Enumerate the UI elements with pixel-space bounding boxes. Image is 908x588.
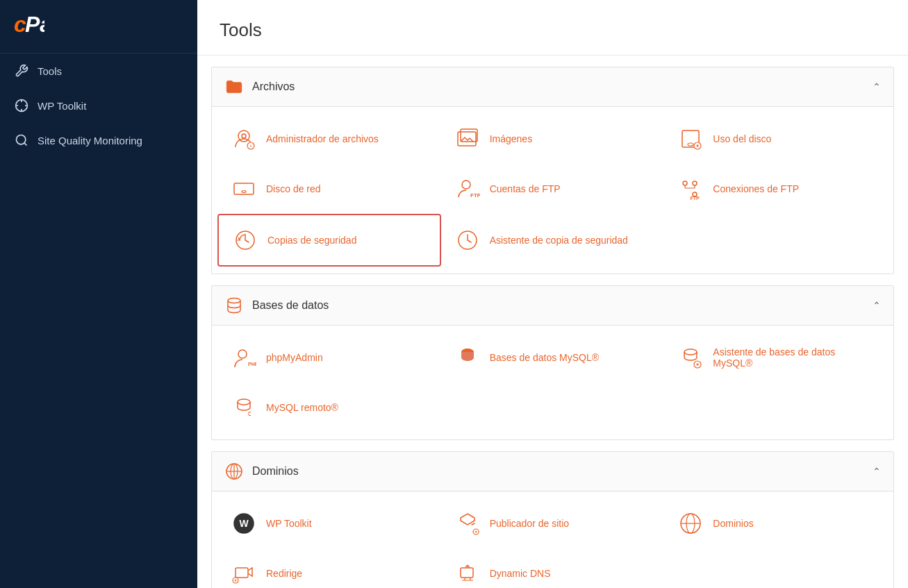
section-archivos-label: Archivos bbox=[252, 81, 295, 93]
section-bases-datos-header-left: Bases de datos bbox=[224, 296, 329, 315]
svg-rect-44 bbox=[461, 568, 473, 578]
section-bases-datos: Bases de datos ⌃ PHP phpMyAdmin bbox=[211, 285, 894, 440]
mysql-remote-icon bbox=[230, 394, 258, 421]
section-bases-datos-label: Bases de datos bbox=[252, 299, 329, 312]
svg-point-12 bbox=[688, 143, 693, 146]
main-content: Tools Archivos ⌃ bbox=[197, 0, 908, 588]
file-manager-icon: + bbox=[230, 125, 258, 153]
search-icon bbox=[14, 133, 29, 148]
mysql-wizard-icon bbox=[677, 344, 704, 371]
sidebar-item-tools-label: Tools bbox=[38, 65, 62, 77]
tool-dominios-label: Dominios bbox=[713, 518, 753, 529]
svg-point-28 bbox=[684, 349, 697, 355]
folder-icon bbox=[224, 77, 244, 96]
svg-text:PHP: PHP bbox=[248, 362, 256, 367]
database-icon bbox=[224, 296, 244, 315]
dominios-tools-grid: W WP Toolkit Publicador de sitio bbox=[212, 492, 893, 588]
mysql-icon bbox=[454, 344, 481, 371]
tool-admin-archivos[interactable]: + Administrador de archivos bbox=[217, 114, 441, 164]
tool-dominios[interactable]: Dominios bbox=[664, 498, 888, 548]
section-archivos-header[interactable]: Archivos ⌃ bbox=[212, 67, 893, 107]
svg-line-4 bbox=[24, 143, 27, 146]
svg-text:FTP: FTP bbox=[691, 196, 700, 201]
svg-point-6 bbox=[242, 134, 246, 138]
svg-point-19 bbox=[693, 181, 697, 185]
tool-conexiones-ftp[interactable]: FTP Conexiones de FTP bbox=[664, 164, 888, 214]
svg-rect-42 bbox=[236, 568, 248, 578]
tool-publicador-sitio[interactable]: Publicador de sitio bbox=[441, 498, 665, 548]
cpanel-logo: c Panel bbox=[14, 12, 183, 37]
tool-publicador-sitio-label: Publicador de sitio bbox=[490, 518, 569, 529]
tool-phpmyadmin[interactable]: PHP phpMyAdmin bbox=[217, 333, 441, 383]
backup-icon bbox=[231, 226, 259, 254]
logo-area: c Panel bbox=[0, 0, 197, 53]
tool-asistente-copia[interactable]: Asistente de copia de seguridad bbox=[441, 214, 665, 267]
section-archivos-header-left: Archivos bbox=[224, 77, 295, 96]
tool-phpmyadmin-label: phpMyAdmin bbox=[266, 352, 323, 363]
ftp-connections-icon: FTP bbox=[677, 175, 704, 203]
section-archivos: Archivos ⌃ + Administrador de archivos bbox=[211, 67, 894, 274]
tool-mysql-databases[interactable]: Bases de datos MySQL® bbox=[441, 333, 665, 383]
page-header: Tools bbox=[197, 0, 908, 56]
bases-datos-tools-grid: PHP phpMyAdmin Bases de datos MySQL® bbox=[212, 326, 893, 439]
tool-dynamic-dns[interactable]: Dynamic DNS bbox=[441, 548, 665, 588]
tools-icon bbox=[14, 63, 29, 78]
tool-dynamic-dns-label: Dynamic DNS bbox=[490, 568, 551, 579]
globe-icon bbox=[224, 462, 244, 481]
tool-asistente-copia-label: Asistente de copia de seguridad bbox=[490, 235, 628, 246]
tool-imagenes[interactable]: Imágenes bbox=[441, 114, 665, 164]
tool-wp-toolkit[interactable]: W WP Toolkit bbox=[217, 498, 441, 548]
tool-disco-red-label: Disco de red bbox=[266, 183, 321, 194]
sidebar: c Panel Tools WP Toolkit Site bbox=[0, 0, 197, 588]
svg-text:W: W bbox=[239, 518, 249, 529]
section-dominios-header[interactable]: Dominios ⌃ bbox=[212, 452, 893, 492]
backup-wizard-icon bbox=[454, 226, 481, 254]
chevron-up-icon: ⌃ bbox=[873, 81, 881, 92]
site-publisher-icon bbox=[454, 510, 481, 537]
sidebar-item-tools[interactable]: Tools bbox=[0, 53, 197, 88]
tool-redirige-label: Redirige bbox=[266, 568, 302, 579]
svg-point-25 bbox=[238, 350, 247, 358]
tool-wp-toolkit-label: WP Toolkit bbox=[266, 518, 312, 529]
tool-imagenes-label: Imágenes bbox=[490, 133, 532, 144]
svg-text:+: + bbox=[249, 144, 252, 149]
network-disk-icon bbox=[230, 175, 258, 203]
tool-mysql-remote[interactable]: MySQL remoto® bbox=[217, 383, 441, 432]
cpanel-logo-svg: c Panel bbox=[14, 12, 44, 37]
tool-admin-archivos-label: Administrador de archivos bbox=[266, 133, 379, 144]
sidebar-item-site-quality-label: Site Quality Monitoring bbox=[38, 135, 142, 146]
svg-point-3 bbox=[17, 135, 26, 144]
chevron-up-icon-3: ⌃ bbox=[873, 466, 881, 477]
disk-usage-icon bbox=[677, 125, 704, 153]
tool-copias-seguridad-label: Copias de seguridad bbox=[267, 235, 356, 246]
ftp-accounts-icon: FTP bbox=[454, 175, 481, 203]
svg-point-24 bbox=[228, 299, 240, 303]
chevron-up-icon-2: ⌃ bbox=[873, 300, 881, 311]
svg-point-30 bbox=[238, 399, 250, 405]
tool-copias-seguridad[interactable]: Copias de seguridad bbox=[217, 214, 441, 267]
tool-cuentas-ftp[interactable]: FTP Cuentas de FTP bbox=[441, 164, 665, 214]
tool-cuentas-ftp-label: Cuentas de FTP bbox=[490, 183, 561, 194]
svg-point-18 bbox=[683, 181, 687, 185]
tool-uso-disco[interactable]: Uso del disco bbox=[664, 114, 888, 164]
redirect-icon bbox=[230, 560, 258, 587]
tool-disco-red[interactable]: Disco de red bbox=[217, 164, 441, 214]
wp-icon bbox=[14, 98, 29, 113]
svg-text:Panel: Panel bbox=[25, 12, 44, 37]
section-dominios: Dominios ⌃ W WP Toolkit bbox=[211, 451, 894, 588]
sidebar-item-wp-toolkit[interactable]: WP Toolkit bbox=[0, 88, 197, 123]
section-dominios-label: Dominios bbox=[252, 465, 299, 478]
svg-text:FTP: FTP bbox=[470, 192, 480, 199]
tool-redirige[interactable]: Redirige bbox=[217, 548, 441, 588]
phpmyadmin-icon: PHP bbox=[230, 344, 258, 371]
tool-uso-disco-label: Uso del disco bbox=[713, 133, 771, 144]
sidebar-item-site-quality[interactable]: Site Quality Monitoring bbox=[0, 123, 197, 158]
domains-icon bbox=[677, 510, 704, 537]
images-icon bbox=[454, 125, 481, 153]
page-title: Tools bbox=[220, 19, 886, 41]
tool-mysql-databases-label: Bases de datos MySQL® bbox=[490, 352, 599, 363]
tool-conexiones-ftp-label: Conexiones de FTP bbox=[713, 183, 799, 194]
tool-mysql-wizard[interactable]: Asistente de bases de datos MySQL® bbox=[664, 333, 888, 383]
svg-point-16 bbox=[462, 180, 470, 189]
section-bases-datos-header[interactable]: Bases de datos ⌃ bbox=[212, 286, 893, 326]
